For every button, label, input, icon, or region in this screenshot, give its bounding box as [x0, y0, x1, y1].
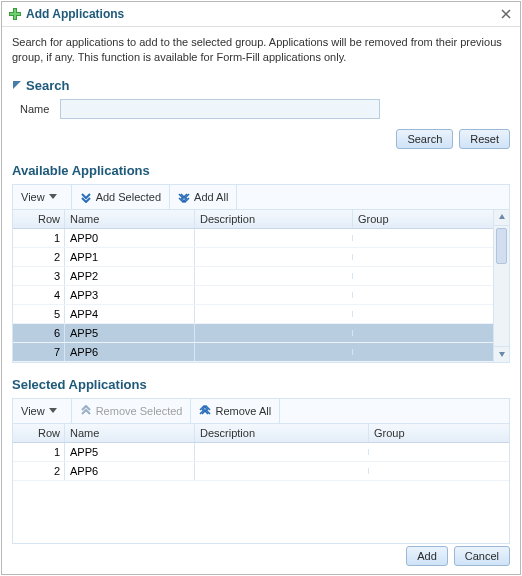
svg-marker-4	[13, 81, 21, 89]
scroll-down-icon[interactable]	[494, 346, 509, 362]
selected-section-label: Selected Applications	[12, 377, 147, 392]
col-group[interactable]: Group	[353, 210, 485, 228]
svg-rect-3	[10, 13, 20, 15]
cell-row: 3	[13, 267, 65, 285]
selected-section-header: Selected Applications	[2, 373, 520, 394]
cell-row: 1	[13, 229, 65, 247]
available-section-label: Available Applications	[12, 163, 150, 178]
dialog-header: Add Applications	[2, 2, 520, 27]
col-description[interactable]: Description	[195, 210, 353, 228]
available-section-header: Available Applications	[2, 159, 520, 180]
svg-marker-5	[499, 214, 505, 219]
available-table: Row Name Description Group 1APP02APP13AP…	[12, 210, 510, 363]
search-section-header[interactable]: Search	[2, 74, 520, 95]
cell-description	[195, 254, 353, 260]
table-row[interactable]: 2APP1	[13, 248, 493, 267]
search-row: Name	[2, 95, 520, 125]
table-row[interactable]: 6APP5	[13, 324, 493, 343]
cell-group	[369, 468, 501, 474]
selected-view-menu[interactable]: View	[13, 399, 72, 423]
cell-group	[353, 273, 485, 279]
cell-group	[353, 311, 485, 317]
remove-all-icon	[199, 405, 211, 417]
cell-group	[353, 235, 485, 241]
selected-table: Row Name Description Group 1APP52APP6	[12, 424, 510, 544]
cell-description	[195, 273, 353, 279]
footer-buttons: Add Cancel	[406, 546, 510, 566]
table-row[interactable]: 2APP6	[13, 462, 509, 481]
cell-group	[369, 449, 501, 455]
add-selected-label: Add Selected	[96, 191, 161, 203]
cell-row: 6	[13, 324, 65, 342]
table-row[interactable]: 5APP4	[13, 305, 493, 324]
table-row[interactable]: 1APP5	[13, 443, 509, 462]
dialog-instructions: Search for applications to add to the se…	[2, 27, 520, 74]
cell-group	[353, 349, 485, 355]
add-applications-dialog: Add Applications Search for applications…	[1, 1, 521, 575]
col-row[interactable]: Row	[13, 424, 65, 442]
disclose-triangle-icon	[12, 80, 22, 90]
col-name[interactable]: Name	[65, 210, 195, 228]
cell-name: APP3	[65, 286, 195, 304]
vertical-scrollbar[interactable]	[493, 210, 509, 362]
cell-description	[195, 330, 353, 336]
cell-group	[353, 254, 485, 260]
available-table-body: 1APP02APP13APP24APP35APP46APP57APP6	[13, 229, 493, 362]
search-section-label: Search	[26, 78, 69, 93]
chevron-down-icon	[49, 194, 57, 199]
table-row[interactable]: 1APP0	[13, 229, 493, 248]
cell-name: APP5	[65, 324, 195, 342]
table-row[interactable]: 4APP3	[13, 286, 493, 305]
view-label: View	[21, 191, 45, 203]
available-view-menu[interactable]: View	[13, 185, 72, 209]
cancel-button[interactable]: Cancel	[454, 546, 510, 566]
col-description[interactable]: Description	[195, 424, 369, 442]
cell-name: APP0	[65, 229, 195, 247]
cell-description	[195, 235, 353, 241]
remove-all-button[interactable]: Remove All	[191, 399, 280, 423]
remove-selected-button[interactable]: Remove Selected	[72, 399, 192, 423]
cell-row: 2	[13, 462, 65, 480]
close-icon[interactable]	[498, 6, 514, 22]
remove-selected-icon	[80, 405, 92, 417]
scroll-thumb[interactable]	[496, 228, 507, 264]
cell-name: APP4	[65, 305, 195, 323]
add-all-button[interactable]: Add All	[170, 185, 237, 209]
dialog-title: Add Applications	[26, 7, 498, 21]
table-row[interactable]: 7APP6	[13, 343, 493, 362]
reset-button[interactable]: Reset	[459, 129, 510, 149]
plus-icon	[8, 7, 22, 21]
cell-name: APP6	[65, 343, 195, 361]
cell-name: APP2	[65, 267, 195, 285]
cell-description	[195, 468, 369, 474]
cell-row: 4	[13, 286, 65, 304]
selected-table-header: Row Name Description Group	[13, 424, 509, 443]
cell-row: 2	[13, 248, 65, 266]
cell-description	[195, 311, 353, 317]
scroll-up-icon[interactable]	[494, 210, 509, 226]
selected-table-body: 1APP52APP6	[13, 443, 509, 481]
cell-name: APP1	[65, 248, 195, 266]
available-toolbar: View Add Selected Add All	[12, 184, 510, 210]
add-all-icon	[178, 191, 190, 203]
remove-all-label: Remove All	[215, 405, 271, 417]
view-label: View	[21, 405, 45, 417]
table-row[interactable]: 3APP2	[13, 267, 493, 286]
cell-name: APP5	[65, 443, 195, 461]
cell-row: 1	[13, 443, 65, 461]
add-button[interactable]: Add	[406, 546, 448, 566]
add-selected-button[interactable]: Add Selected	[72, 185, 170, 209]
col-row[interactable]: Row	[13, 210, 65, 228]
chevron-down-icon	[49, 408, 57, 413]
cell-description	[195, 449, 369, 455]
cell-description	[195, 292, 353, 298]
available-table-header: Row Name Description Group	[13, 210, 509, 229]
name-label: Name	[20, 103, 60, 115]
col-group[interactable]: Group	[369, 424, 501, 442]
name-input[interactable]	[60, 99, 380, 119]
add-selected-icon	[80, 191, 92, 203]
col-name[interactable]: Name	[65, 424, 195, 442]
cell-row: 7	[13, 343, 65, 361]
search-button[interactable]: Search	[396, 129, 453, 149]
cell-name: APP6	[65, 462, 195, 480]
